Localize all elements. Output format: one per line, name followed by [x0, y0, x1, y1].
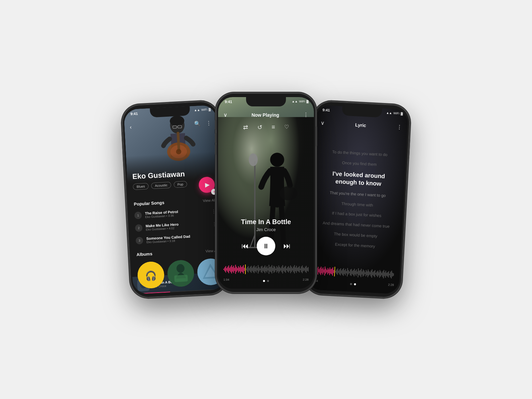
- more-button-1[interactable]: ⋮: [206, 120, 212, 126]
- svg-rect-155: [347, 268, 348, 277]
- svg-rect-54: [248, 266, 249, 273]
- lyric-line-4: That you're the one I want to go: [330, 190, 386, 199]
- svg-rect-83: [277, 266, 277, 273]
- svg-rect-57: [251, 266, 252, 273]
- svg-rect-35: [229, 268, 230, 271]
- svg-rect-161: [353, 270, 354, 275]
- svg-rect-48: [242, 266, 243, 272]
- svg-rect-115: [308, 267, 309, 272]
- plus-icon: +: [213, 190, 215, 194]
- svg-rect-32: [226, 268, 227, 271]
- svg-rect-127: [320, 268, 321, 274]
- screen-now-playing: 9:41 ▲▲ WiFi ▓ ∨ Now Playing ⋮ ⇄ ↺ ≡ ♡: [218, 97, 314, 289]
- shuffle-button[interactable]: ⇄: [243, 124, 248, 131]
- svg-rect-166: [358, 268, 359, 278]
- svg-rect-50: [244, 268, 245, 271]
- svg-rect-68: [262, 266, 262, 273]
- repeat-button[interactable]: ↺: [257, 124, 262, 131]
- search-button-1[interactable]: 🔍: [194, 120, 201, 127]
- svg-rect-113: [306, 266, 307, 273]
- svg-rect-153: [345, 269, 346, 276]
- wifi-icon: WiFi: [201, 108, 207, 111]
- genre-pop[interactable]: Pop: [174, 181, 187, 188]
- song-num-3: 3: [136, 237, 143, 244]
- svg-rect-102: [295, 267, 296, 271]
- svg-rect-30: [224, 267, 225, 271]
- svg-rect-138: [330, 269, 331, 274]
- queue-button[interactable]: ≡: [272, 124, 275, 131]
- svg-rect-179: [370, 271, 371, 277]
- wifi-icon-2: WiFi: [299, 100, 305, 103]
- svg-rect-58: [252, 268, 253, 271]
- svg-rect-154: [346, 271, 347, 274]
- heart-button[interactable]: ♡: [284, 124, 289, 131]
- svg-rect-59: [253, 266, 254, 272]
- svg-point-28: [279, 186, 297, 200]
- pause-button[interactable]: ⏸: [257, 237, 275, 255]
- genre-acoustic[interactable]: Acoustic: [151, 182, 171, 189]
- album-1[interactable]: 🎧: [137, 261, 165, 289]
- next-button[interactable]: ⏭: [283, 242, 291, 250]
- notch-2: [246, 97, 286, 106]
- svg-rect-60: [254, 265, 255, 273]
- svg-rect-197: [388, 271, 389, 278]
- minimize-button[interactable]: ∨: [223, 112, 227, 118]
- svg-rect-45: [239, 267, 240, 271]
- signal-icon-2: ▲▲: [292, 100, 298, 103]
- svg-rect-75: [269, 265, 269, 274]
- svg-rect-66: [260, 268, 260, 270]
- svg-rect-89: [282, 265, 283, 274]
- svg-rect-107: [300, 268, 301, 270]
- svg-rect-94: [287, 267, 288, 272]
- prev-button[interactable]: ⏮: [241, 242, 249, 250]
- signal-icon-3: ▲▲: [386, 111, 392, 115]
- album-2[interactable]: [167, 259, 195, 287]
- more-button-2[interactable]: ⋮: [303, 112, 309, 118]
- svg-rect-152: [344, 270, 345, 274]
- status-time-3: 9:41: [323, 108, 330, 112]
- lyric-back-button[interactable]: ∨: [320, 120, 325, 126]
- svg-rect-101: [294, 265, 295, 274]
- svg-rect-182: [373, 271, 374, 276]
- svg-rect-65: [259, 267, 259, 272]
- svg-rect-67: [261, 266, 261, 272]
- battery-icon: ▓: [208, 108, 211, 111]
- svg-rect-104: [297, 268, 298, 271]
- svg-rect-146: [338, 270, 339, 273]
- svg-rect-95: [288, 266, 289, 273]
- svg-rect-53: [247, 267, 248, 272]
- screen-artist: 9:41 ▲▲ WiFi ▓ ‹ 🔍 ⋮ Eko Gustiawan: [124, 105, 226, 294]
- playback-controls: ⏮ ⏸ ⏭: [218, 237, 314, 255]
- svg-rect-188: [379, 270, 380, 278]
- svg-rect-150: [342, 269, 343, 275]
- lyric-line-5: Through time with: [341, 201, 373, 208]
- svg-rect-186: [377, 271, 378, 277]
- lyric-more-button[interactable]: ⋮: [397, 124, 402, 130]
- svg-rect-79: [273, 268, 273, 271]
- song-info-1: The Raise of Petrol Eko Gustiawan • 3:36: [145, 208, 208, 219]
- lyric-page-dot-1: [350, 283, 352, 285]
- svg-rect-168: [360, 270, 361, 276]
- svg-rect-142: [334, 267, 335, 277]
- svg-rect-90: [283, 268, 284, 271]
- svg-rect-124: [317, 268, 318, 273]
- lyric-line-8: The box would be empty: [334, 231, 377, 239]
- view-all-songs[interactable]: View All: [203, 198, 216, 202]
- svg-rect-109: [302, 265, 303, 273]
- svg-rect-183: [374, 270, 375, 277]
- svg-rect-162: [354, 269, 355, 277]
- back-button-1[interactable]: ‹: [130, 124, 132, 130]
- svg-rect-190: [381, 273, 382, 275]
- genre-blues[interactable]: Blues: [133, 183, 149, 190]
- song-more-1[interactable]: ⋮: [211, 209, 216, 214]
- svg-rect-41: [235, 265, 236, 274]
- svg-rect-69: [263, 268, 263, 271]
- svg-rect-61: [255, 267, 256, 271]
- svg-rect-187: [378, 272, 379, 276]
- song-info-3: Someone You Called Dad Eko Gustiawan • 3…: [146, 233, 210, 244]
- svg-rect-159: [351, 269, 352, 276]
- lyric-line-6: If I had a box just for wishes: [332, 210, 381, 219]
- now-playing-song-title: Time In A Bottle: [218, 218, 314, 226]
- svg-rect-44: [238, 266, 239, 273]
- svg-rect-165: [357, 271, 357, 274]
